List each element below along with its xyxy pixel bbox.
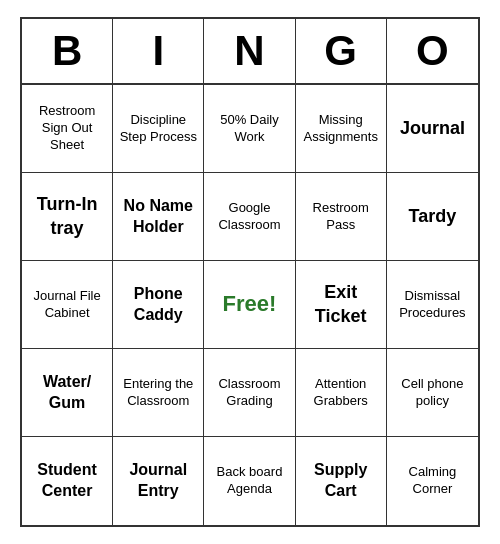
bingo-cell-17: Classroom Grading — [204, 349, 295, 437]
bingo-cell-15: Water/ Gum — [22, 349, 113, 437]
bingo-letter-g: G — [296, 19, 387, 83]
bingo-cell-24: Calming Corner — [387, 437, 478, 525]
bingo-cell-16: Entering the Classroom — [113, 349, 204, 437]
bingo-cell-6: No Name Holder — [113, 173, 204, 261]
bingo-cell-8: Restroom Pass — [296, 173, 387, 261]
bingo-cell-12: Free! — [204, 261, 295, 349]
bingo-cell-1: Discipline Step Process — [113, 85, 204, 173]
bingo-cell-23: Supply Cart — [296, 437, 387, 525]
bingo-cell-10: Journal File Cabinet — [22, 261, 113, 349]
bingo-cell-19: Cell phone policy — [387, 349, 478, 437]
bingo-cell-2: 50% Daily Work — [204, 85, 295, 173]
bingo-cell-13: Exit Ticket — [296, 261, 387, 349]
bingo-cell-11: Phone Caddy — [113, 261, 204, 349]
bingo-cell-22: Back board Agenda — [204, 437, 295, 525]
bingo-header: BINGO — [22, 19, 478, 85]
bingo-letter-o: O — [387, 19, 478, 83]
bingo-cell-14: Dismissal Procedures — [387, 261, 478, 349]
bingo-grid: Restroom Sign Out SheetDiscipline Step P… — [22, 85, 478, 525]
bingo-cell-0: Restroom Sign Out Sheet — [22, 85, 113, 173]
bingo-cell-20: Student Center — [22, 437, 113, 525]
bingo-cell-9: Tardy — [387, 173, 478, 261]
bingo-letter-n: N — [204, 19, 295, 83]
bingo-cell-18: Attention Grabbers — [296, 349, 387, 437]
bingo-cell-5: Turn-In tray — [22, 173, 113, 261]
bingo-letter-b: B — [22, 19, 113, 83]
bingo-cell-21: Journal Entry — [113, 437, 204, 525]
bingo-cell-3: Missing Assignments — [296, 85, 387, 173]
bingo-cell-4: Journal — [387, 85, 478, 173]
bingo-card: BINGO Restroom Sign Out SheetDiscipline … — [20, 17, 480, 527]
bingo-letter-i: I — [113, 19, 204, 83]
bingo-cell-7: Google Classroom — [204, 173, 295, 261]
